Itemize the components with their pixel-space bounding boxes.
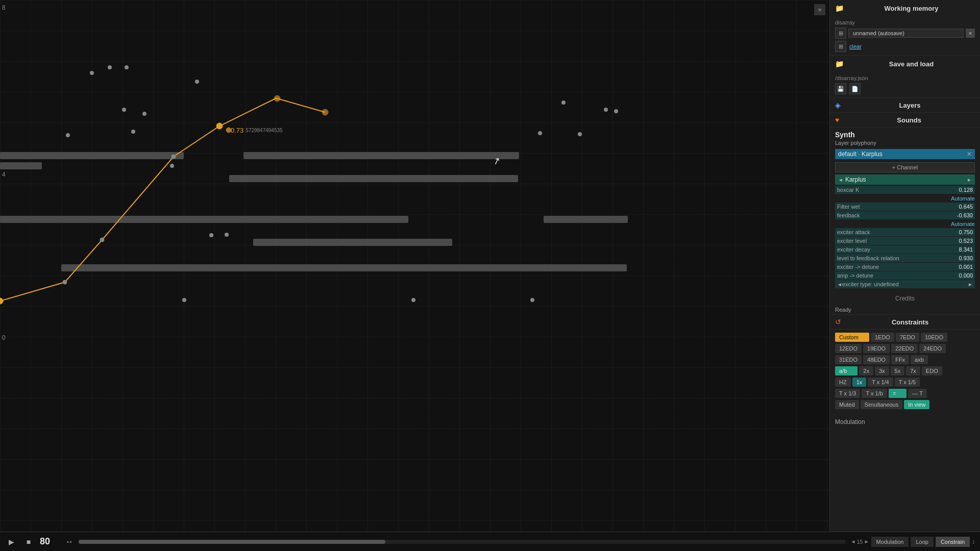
muted-btn[interactable]: Muted — [835, 400, 859, 409]
save-icon-btn[interactable]: 💾 — [835, 83, 846, 94]
constraints-header: ↺ Constraints — [830, 315, 980, 330]
constraints-row-6: T x 1/3 T x 1/b = — T — [835, 389, 975, 398]
nav-right-btn[interactable]: ► — [864, 539, 869, 544]
nav-left-btn[interactable]: ◄ — [851, 539, 856, 544]
22edo-btn[interactable]: 22EDO — [891, 344, 918, 353]
file-path: /disarray.json — [835, 75, 975, 81]
scrollbar-thumb — [79, 540, 385, 544]
exciter-detune-row: exciter -> detune 0.001 — [835, 263, 975, 271]
axb-btn[interactable]: axb — [911, 355, 928, 364]
edo-btn[interactable]: EDO — [922, 366, 942, 375]
automate-btn-1[interactable]: Automate — [835, 194, 975, 203]
equals-btn[interactable]: = — [889, 389, 906, 398]
tx15-btn[interactable]: T x 1/5 — [895, 378, 920, 387]
folder-icon-2: 📁 — [835, 60, 844, 68]
7x-btn[interactable]: 7x — [906, 366, 920, 375]
2x-btn[interactable]: 2x — [859, 366, 873, 375]
panel-collapse-button[interactable]: » — [814, 4, 825, 15]
channel-left-arrow[interactable]: ◄ — [838, 177, 843, 183]
custom-btn[interactable]: Custom — [835, 333, 869, 342]
nav-counter: ◄ 15 ► — [851, 539, 869, 545]
wm-file-tag[interactable]: unnamed (autosave) — [848, 29, 964, 38]
stop-button[interactable]: ■ — [22, 536, 35, 548]
working-memory-header: 📁 Working memory — [830, 0, 980, 16]
tab-modulation[interactable]: Modulation — [871, 537, 909, 547]
play-button[interactable]: ▶ — [5, 536, 17, 548]
working-memory-section: 📁 Working memory disarray ⊞ unnamed (aut… — [830, 0, 980, 56]
tx13-btn[interactable]: T x 1/3 — [835, 389, 860, 398]
12edo-btn[interactable]: 12EDO — [835, 344, 862, 353]
point-value-display: 0.73 5729847494535 — [231, 127, 283, 134]
19edo-btn[interactable]: 19EDO — [863, 344, 890, 353]
ready-label: Ready — [830, 305, 980, 314]
48edo-btn[interactable]: 48EDO — [863, 355, 890, 364]
exciter-type-right[interactable]: ► — [968, 282, 973, 287]
synth-dropdown-close[interactable]: ✕ — [967, 151, 972, 158]
note-bar-5 — [0, 216, 408, 223]
filter-wet-row: Filter wet 0.645 — [835, 203, 975, 211]
tx14-btn[interactable]: T x 1/4 — [868, 378, 893, 387]
constraints-row-1: Custom 1EDO 7EDO 10EDO — [835, 333, 975, 342]
1x-btn[interactable]: 1x — [852, 378, 867, 387]
clear-button[interactable]: clear — [849, 43, 862, 49]
wm-label: disarray — [835, 19, 975, 26]
10edo-btn[interactable]: 10EDO — [921, 333, 947, 342]
ab-btn[interactable]: a/b — [835, 366, 857, 375]
wm-file-row: ⊞ unnamed (autosave) × — [835, 28, 975, 39]
exciter-level-value: 0.523 — [950, 238, 973, 244]
note-bar-3 — [243, 152, 519, 159]
scrollbar-area[interactable] — [79, 540, 846, 544]
note-bar-2 — [0, 162, 42, 169]
constraints-row-4: a/b 2x 3x 5x 7x EDO — [835, 366, 975, 375]
boxcar-row: boxcar K 0.128 — [835, 186, 975, 194]
working-memory-title: Working memory — [848, 5, 975, 12]
synth-dropdown[interactable]: default · Karplus ✕ — [835, 149, 975, 159]
wm-close-button[interactable]: × — [966, 29, 975, 38]
channel-right-arrow[interactable]: ► — [967, 177, 972, 183]
credits-row: Credits — [830, 292, 980, 305]
tempo-value: 80 — [40, 536, 60, 547]
note-bar-1 — [0, 152, 184, 159]
sort-button[interactable]: ↕ — [972, 538, 975, 545]
ffx-btn[interactable]: FFx — [891, 355, 909, 364]
hz-btn[interactable]: HZ — [835, 378, 851, 387]
7edo-btn[interactable]: 7EDO — [896, 333, 919, 342]
synth-dropdown-text: default · Karplus — [838, 151, 965, 158]
wm-icon-btn2[interactable]: ⊞ — [835, 41, 846, 52]
layers-icon: ◈ — [835, 101, 841, 109]
1edo-btn[interactable]: 1EDO — [871, 333, 894, 342]
exciter-type-label: exciter type: undefined — [842, 281, 968, 287]
modulation-label: Modulation — [830, 414, 980, 430]
automate-btn-2[interactable]: Automate — [835, 220, 975, 228]
canvas-area[interactable]: 8 4 0 — [0, 0, 829, 532]
exciter-level-row: exciter level 0.523 — [835, 237, 975, 245]
bottom-bar: ▶ ■ 80 ↔ ◄ 15 ► Modulation Loop Constrai… — [0, 532, 980, 551]
tab-constrain[interactable]: Constrain — [936, 537, 970, 547]
credits-section: Credits Ready — [830, 292, 980, 315]
credits-label: Credits — [895, 295, 915, 302]
exciter-type-left[interactable]: ◄ — [837, 282, 842, 287]
load-icon-btn[interactable]: 📄 — [849, 83, 861, 94]
save-load-header: 📁 Save and load — [830, 56, 980, 72]
expand-btn[interactable]: ↔ — [65, 537, 74, 546]
31edo-btn[interactable]: 31EDO — [835, 355, 862, 364]
level-feedback-row: level to feedback relation 0.930 — [835, 254, 975, 262]
channel-name: Karplus — [845, 176, 965, 183]
add-channel-button[interactable]: + Channel — [835, 162, 975, 172]
synth-name: Synth — [835, 131, 975, 139]
note-bar-4 — [229, 175, 518, 182]
tx1b-btn[interactable]: T x 1/b — [862, 389, 887, 398]
3x-btn[interactable]: 3x — [875, 366, 889, 375]
tab-loop[interactable]: Loop — [911, 537, 933, 547]
wm-icon-btn1[interactable]: ⊞ — [835, 28, 846, 39]
constraints-row-3: 31EDO 48EDO FFx axb — [835, 355, 975, 364]
24edo-btn[interactable]: 24EDO — [919, 344, 946, 353]
dash-t-btn[interactable]: — T — [908, 389, 927, 398]
main-layout: 8 4 0 — [0, 0, 980, 532]
exciter-decay-row: exciter decay 8.341 — [835, 245, 975, 254]
tempo-display: 80 — [40, 536, 60, 547]
simultaneous-btn[interactable]: Simultaneous — [861, 400, 903, 409]
5x-btn[interactable]: 5x — [891, 366, 905, 375]
nav-count: 15 — [856, 539, 863, 545]
in-view-btn[interactable]: In view — [904, 400, 929, 409]
